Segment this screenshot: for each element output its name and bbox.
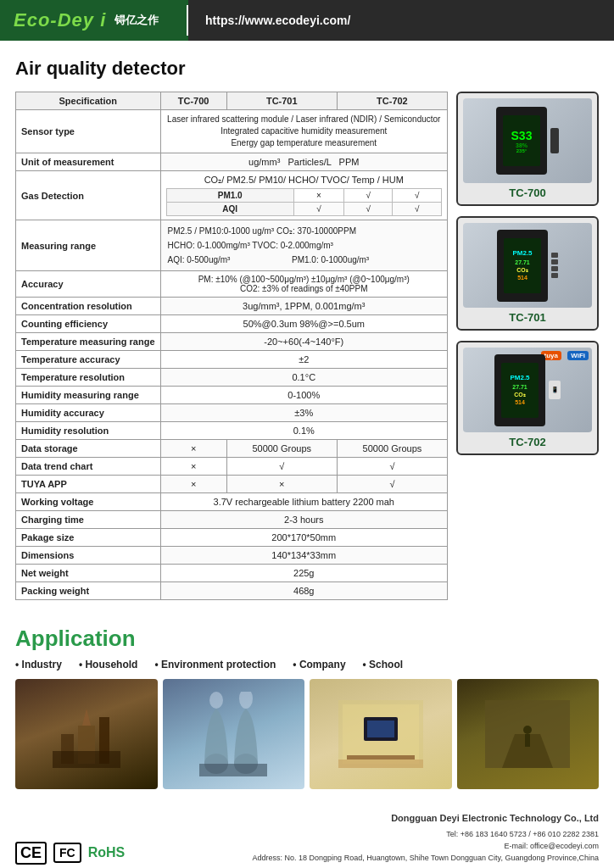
outdoor-svg — [485, 700, 570, 768]
product-image-tc701: PM2.5 27.71 CO₂ 514 — [463, 223, 592, 308]
table-row: Humidity accuracy ±3% — [16, 404, 448, 422]
app-bullet-school: School — [363, 659, 404, 670]
spec-label: Dimensions — [16, 547, 161, 565]
spec-label: Unit of measurement — [16, 153, 161, 171]
table-row: Working voltage 3.7V rechargeable lithiu… — [16, 493, 448, 511]
sub-label: PM1.0 — [166, 189, 293, 203]
svg-rect-4 — [53, 751, 120, 768]
spec-value: 2-3 hours — [160, 511, 447, 529]
range-row: HCHO: 0-1.000mg/m³ TVOC: 0-2.000mg/m³ — [166, 238, 442, 253]
spec-val-700: × — [160, 458, 226, 476]
table-row: Concentration resolution 3ug/mm³, 1PPM, … — [16, 298, 448, 315]
svg-point-8 — [209, 692, 223, 709]
data-trend-chart-label: Data trend chart — [16, 458, 161, 476]
spec-val-702: √ — [337, 458, 447, 476]
industrial-svg — [53, 700, 120, 768]
device-screen-tc700: S33 38% 235° — [503, 115, 540, 166]
svg-point-9 — [239, 692, 253, 709]
packing-weight-label: Packing weight — [16, 582, 161, 600]
spec-label: Pakage size — [16, 529, 161, 547]
spec-layout: Specification TC-700 TC-701 TC-702 Senso… — [15, 92, 599, 600]
table-row: Packing weight 468g — [16, 582, 448, 600]
application-section: Application Industry Household Environme… — [0, 626, 614, 798]
spec-label: Temperature resolution — [16, 369, 161, 387]
col-tc701: TC-701 — [226, 92, 337, 110]
col-tc702: TC-702 — [337, 92, 447, 110]
gas-header: CO₂/ PM2.5/ PM10/ HCHO/ TVOC/ Temp / HUM — [166, 175, 442, 186]
sub-701: √ — [343, 189, 393, 203]
wifi-badge: WiFi — [567, 351, 589, 360]
device-screen-tc702: PM2.5 27.71 CO₂ 514 — [501, 363, 539, 418]
rohs-logo: RoHS — [88, 845, 126, 860]
app-bullet-company: Company — [293, 659, 345, 670]
app-bullet-industry: Industry — [15, 659, 62, 670]
spec-label: Sensor type — [16, 110, 161, 153]
device-tc702: PM2.5 27.71 CO₂ 514 — [494, 354, 545, 426]
main-content: Air quality detector Specification TC-70… — [0, 41, 614, 609]
sub-702: √ — [393, 203, 442, 216]
range-row: PM2.5 / PM10:0-1000 ug/m³ CO₂: 370-10000… — [166, 224, 442, 238]
spec-label: Concentration resolution — [16, 298, 161, 315]
spec-table-col: Specification TC-700 TC-701 TC-702 Senso… — [15, 92, 448, 600]
spec-label: Humidity resolution — [16, 422, 161, 440]
svg-marker-3 — [82, 709, 91, 726]
sub-700: √ — [293, 203, 343, 216]
product-images-col: S33 38% 235° TC-700 — [456, 92, 599, 455]
page-footer: CE FC RoHS Dongguan Deyi Electronic Tech… — [0, 811, 614, 868]
table-row: Sensor type Laser infrared scattering mo… — [16, 110, 448, 153]
spec-value: Laser infrared scattering module / Laser… — [160, 110, 447, 153]
spec-value: 0.1°C — [160, 369, 447, 387]
spec-value: ug/mm³ Particles/L PPM — [160, 153, 447, 171]
company-tel: Tel: +86 183 1640 5723 / +86 010 2282 23… — [253, 828, 599, 840]
spec-label: Working voltage — [16, 493, 161, 511]
measuring-sub-table: PM2.5 / PM10:0-1000 ug/m³ CO₂: 370-10000… — [166, 224, 442, 267]
svg-rect-20 — [485, 700, 570, 768]
spec-label: TUYA APP — [16, 476, 161, 493]
table-row: Counting efficiency 50%@0.3um 98%@>=0.5u… — [16, 315, 448, 333]
product-card-tc702: tuya WiFi PM2.5 27.71 CO₂ 514 — [456, 341, 599, 455]
application-bullets: Industry Household Environment protectio… — [15, 659, 599, 670]
range-row: PM1.0: 0-1000ug/m³ — [290, 253, 442, 267]
spec-label: Temperature measuring range — [16, 333, 161, 351]
spec-value: 0-100% — [160, 387, 447, 404]
sub-702: √ — [393, 189, 442, 203]
logo-subtitle: 锝亿之作 — [114, 13, 159, 28]
table-row: Unit of measurement ug/mm³ Particles/L P… — [16, 153, 448, 171]
interior-svg — [338, 700, 423, 768]
svg-rect-14 — [347, 755, 415, 760]
col-tc700: TC-700 — [160, 92, 226, 110]
spec-label: Gas Detection — [16, 171, 161, 220]
table-row: Humidity measuring range 0-100% — [16, 387, 448, 404]
device-tc700: S33 38% 235° — [496, 107, 547, 175]
spec-val-701: √ — [226, 458, 337, 476]
spec-value: 3ug/mm³, 1PPM, 0.001mg/m³ — [160, 298, 447, 315]
company-name: Dongguan Deyi Electronic Technology Co.,… — [253, 811, 599, 826]
humidity-accuracy-value: ±3% — [160, 404, 447, 422]
spec-val-701: 50000 Groups — [226, 440, 337, 458]
table-row: Net weight 225g — [16, 565, 448, 582]
logo-brand: Eco-Dey i — [14, 9, 106, 31]
product-card-tc700: S33 38% 235° TC-700 — [456, 92, 599, 206]
table-row: Gas Detection CO₂/ PM2.5/ PM10/ HCHO/ TV… — [16, 171, 448, 220]
packing-weight-value: 468g — [160, 582, 447, 600]
product-label-tc701: TC-701 — [463, 311, 592, 324]
spec-val-701: × — [226, 476, 337, 493]
application-title: Application — [15, 626, 599, 652]
page-header: Eco-Dey i 锝亿之作 https://www.ecodeyi.com/ — [0, 0, 614, 41]
product-label-tc702: TC-702 — [463, 436, 592, 448]
counting-efficiency-value: 50%@0.3um 98%@>=0.5um — [160, 315, 447, 333]
product-image-tc700: S33 38% 235° — [463, 98, 592, 183]
spec-val-700: × — [160, 476, 226, 493]
app-image-cooling-tower — [163, 679, 305, 789]
table-row: Temperature accuracy ±2 — [16, 351, 448, 369]
spec-value: ±2 — [160, 351, 447, 369]
app-image-interior — [310, 679, 452, 789]
spec-label: Measuring range — [16, 220, 161, 271]
spec-label: Humidity measuring range — [16, 387, 161, 404]
product-card-tc701: PM2.5 27.71 CO₂ 514 — [456, 216, 599, 331]
spec-value: 140*134*33mm — [160, 547, 447, 565]
spec-label: Temperature accuracy — [16, 351, 161, 369]
company-email: E-mail: office@ecodeyi.com — [253, 840, 599, 852]
spec-val-702: 50000 Groups — [337, 440, 447, 458]
ce-logo: CE — [15, 842, 47, 865]
